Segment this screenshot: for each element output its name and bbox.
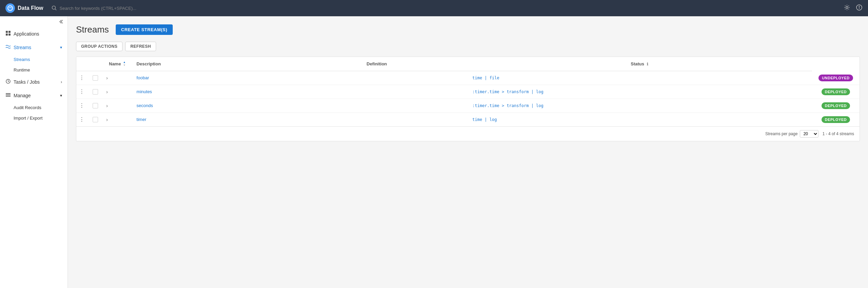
row-expand-cell: › — [103, 112, 131, 126]
stream-name-link[interactable]: seconds — [136, 103, 153, 108]
table-row: ⋮ › foobar time | file UNDEPLOYED — [76, 71, 860, 85]
status-badge: DEPLOYED — [822, 116, 850, 123]
pagination-info: 1 - 4 of 4 streams — [823, 131, 854, 136]
page-header: Streams CREATE STREAM(S) — [76, 24, 860, 35]
per-page-selector: Streams per page 20 50 100 — [765, 130, 818, 138]
row-status-cell: DEPLOYED — [812, 112, 860, 126]
th-expand — [90, 57, 103, 71]
sort-asc-icon[interactable]: ▲ — [123, 61, 126, 64]
row-actions-cell: ⋮ — [76, 99, 90, 112]
th-name[interactable]: Name ▲ ▼ — [103, 57, 131, 71]
row-actions-menu[interactable]: ⋮ — [78, 102, 86, 109]
create-streams-button[interactable]: CREATE STREAM(S) — [116, 24, 173, 35]
row-expand-button[interactable]: › — [105, 102, 109, 109]
search-bar[interactable]: Search for keywords (CTRL+SPACE)... — [52, 5, 835, 11]
svg-rect-10 — [8, 34, 11, 36]
sidebar-item-manage[interactable]: Manage ▾ — [0, 89, 68, 102]
refresh-button[interactable]: REFRESH — [125, 42, 156, 51]
tasks-icon — [5, 79, 11, 85]
sidebar-item-manage-label: Manage — [14, 93, 31, 98]
row-status-cell: UNDEPLOYED — [812, 71, 860, 85]
sidebar-item-tasks-jobs[interactable]: Tasks / Jobs › — [0, 75, 68, 89]
table-row: ⋮ › minutes :timer.time > transform | lo… — [76, 85, 860, 99]
table-row: ⋮ › seconds :timer.time > transform | lo… — [76, 99, 860, 112]
sidebar-item-applications-label: Applications — [14, 31, 39, 37]
applications-icon — [5, 30, 11, 37]
row-actions-cell: ⋮ — [76, 85, 90, 99]
toolbar: GROUP ACTIONS REFRESH — [76, 42, 860, 51]
status-badge: DEPLOYED — [822, 102, 850, 109]
manage-icon — [5, 92, 11, 99]
svg-point-0 — [8, 6, 13, 11]
row-definition: time | file — [472, 76, 499, 80]
row-checkbox[interactable] — [93, 103, 98, 108]
svg-rect-13 — [6, 95, 11, 95]
th-status: Status ℹ — [467, 57, 812, 71]
row-actions-menu[interactable]: ⋮ — [78, 116, 86, 123]
row-definition-cell: time | log — [467, 112, 812, 126]
app-name: Data Flow — [18, 5, 43, 11]
status-badge: UNDEPLOYED — [818, 75, 853, 81]
tasks-chevron-icon: › — [61, 80, 62, 84]
sidebar-item-streams[interactable]: Streams ▾ — [0, 41, 68, 54]
manage-chevron-icon: ▾ — [60, 93, 62, 98]
svg-point-6 — [859, 6, 860, 6]
collapse-sidebar-button[interactable] — [0, 16, 68, 27]
status-info-icon[interactable]: ℹ — [647, 62, 648, 66]
th-description: Description — [131, 57, 361, 71]
svg-rect-14 — [6, 96, 11, 97]
stream-name-link[interactable]: timer — [136, 117, 146, 122]
row-checkbox[interactable] — [93, 89, 98, 95]
app-logo[interactable]: Data Flow — [5, 3, 43, 13]
row-description-cell — [361, 71, 467, 85]
status-badge: DEPLOYED — [822, 88, 850, 95]
row-definition-cell: time | file — [467, 71, 812, 85]
row-checkbox-cell — [90, 99, 103, 112]
row-actions-menu[interactable]: ⋮ — [78, 74, 86, 81]
sidebar-item-applications[interactable]: Applications — [0, 27, 68, 41]
sidebar-sub-item-runtime[interactable]: Runtime — [0, 65, 68, 75]
table-footer: Streams per page 20 50 100 1 - 4 of 4 st… — [76, 126, 860, 141]
row-actions-menu[interactable]: ⋮ — [78, 88, 86, 95]
stream-name-link[interactable]: foobar — [136, 75, 149, 80]
row-name-cell: minutes — [131, 85, 361, 99]
sidebar-sub-item-audit-records[interactable]: Audit Records — [0, 102, 68, 113]
sidebar: Applications Streams ▾ Streams Runtime — [0, 16, 68, 288]
row-checkbox-cell — [90, 71, 103, 85]
row-definition-cell: :timer.time > transform | log — [467, 85, 812, 99]
row-expand-button[interactable]: › — [105, 88, 109, 95]
group-actions-button[interactable]: GROUP ACTIONS — [76, 42, 122, 51]
row-definition-cell: :timer.time > transform | log — [467, 99, 812, 112]
row-status-cell: DEPLOYED — [812, 85, 860, 99]
table-header-row: Name ▲ ▼ Description Definition — [76, 57, 860, 71]
per-page-select-input[interactable]: 20 50 100 — [800, 130, 818, 138]
streams-chevron-icon: ▾ — [60, 45, 62, 50]
row-name-cell: foobar — [131, 71, 361, 85]
search-placeholder: Search for keywords (CTRL+SPACE)... — [60, 6, 136, 11]
row-expand-cell: › — [103, 99, 131, 112]
settings-icon[interactable] — [844, 4, 850, 13]
svg-rect-12 — [6, 93, 11, 94]
row-expand-button[interactable]: › — [105, 75, 109, 81]
sidebar-item-streams-label: Streams — [14, 45, 31, 50]
row-expand-cell: › — [103, 85, 131, 99]
per-page-label: Streams per page — [765, 131, 797, 136]
row-expand-button[interactable]: › — [105, 116, 109, 123]
search-icon — [52, 5, 57, 11]
table-row: ⋮ › timer time | log DEPLOYED — [76, 112, 860, 126]
sort-desc-icon[interactable]: ▼ — [123, 64, 126, 67]
main-content: Streams CREATE STREAM(S) GROUP ACTIONS R… — [68, 16, 868, 288]
topbar-actions — [844, 4, 863, 13]
sort-icons[interactable]: ▲ ▼ — [123, 61, 126, 67]
row-description-cell — [361, 99, 467, 112]
sidebar-sub-item-import-export[interactable]: Import / Export — [0, 113, 68, 123]
row-checkbox-cell — [90, 85, 103, 99]
row-expand-cell: › — [103, 71, 131, 85]
stream-name-link[interactable]: minutes — [136, 89, 152, 94]
svg-rect-8 — [8, 31, 11, 33]
streams-table-container: Name ▲ ▼ Description Definition — [76, 57, 860, 141]
info-icon[interactable] — [856, 4, 863, 13]
sidebar-sub-item-streams[interactable]: Streams — [0, 54, 68, 65]
row-checkbox[interactable] — [93, 75, 98, 81]
row-checkbox[interactable] — [93, 117, 98, 122]
